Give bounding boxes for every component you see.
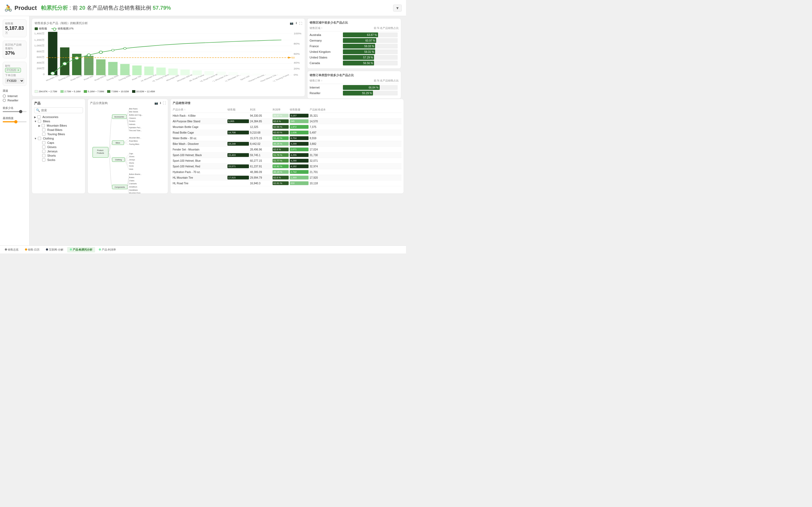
- detail-row-name: Hitch Rack - 4-Bike: [173, 114, 226, 117]
- top-n-slider[interactable]: [3, 110, 27, 113]
- footer-tab[interactable]: 产品-帕累托分析: [67, 247, 95, 252]
- sankey-chart: 产品分类架构 📷 ⬇ ⛶ Product. Products Access: [88, 99, 168, 194]
- header: 🚴 Product 帕累托分析 : 前 20 名产品销售占总销售额比例 57.7…: [0, 0, 406, 16]
- range-5-label: 10.02M ~ 12.45M: [136, 90, 155, 93]
- tree-checkbox[interactable]: [42, 150, 45, 153]
- bar-womensmtn[interactable]: [253, 73, 262, 75]
- tree-item[interactable]: Caps: [34, 140, 83, 145]
- chevron-icon[interactable]: ▼: [34, 120, 37, 123]
- sankey-node-cranksets: Cranksets: [129, 183, 137, 184]
- download-icon[interactable]: ⬇: [295, 21, 298, 25]
- tree-item-label: Touring Bikes: [47, 132, 65, 136]
- range-legend: 294.87K ~ 2.73M 2.73M ~ 5.16M 5.16M ~ 7.…: [35, 90, 302, 93]
- detail-cost: 35,321: [310, 114, 334, 117]
- detail-sales-cell: 18,248: [227, 142, 249, 146]
- tree-checkbox[interactable]: [42, 158, 45, 162]
- tree-item[interactable]: Touring Bikes: [34, 132, 83, 136]
- bar-sport100[interactable]: [241, 73, 250, 75]
- search-input[interactable]: [41, 109, 81, 112]
- radio-reseller[interactable]: [3, 99, 6, 102]
- detail-sales-cell: [227, 159, 249, 163]
- region-bar-container: 56.56 %: [343, 61, 398, 65]
- bar-llmtnfr[interactable]: [229, 72, 238, 75]
- camera-icon[interactable]: 📷: [290, 21, 294, 25]
- bar-road750[interactable]: [133, 65, 142, 75]
- tree-search-box[interactable]: 🔍: [34, 107, 83, 113]
- sankey-expand-icon[interactable]: ⛶: [163, 101, 166, 105]
- tree-item[interactable]: ▶ Accessories: [34, 115, 83, 119]
- footer-tab[interactable]: 销售总览: [2, 247, 21, 252]
- sankey-node-bottles: Bottles and Cag...: [129, 114, 143, 116]
- footer-tab[interactable]: 产品-利润率: [96, 247, 119, 252]
- tree-item[interactable]: Gloves: [34, 145, 83, 149]
- detail-row: Mountain Bottle Cage 12,325 62.56 % 1,97…: [173, 124, 401, 130]
- region-bar-container: 63.87 %: [343, 33, 398, 37]
- tree-item[interactable]: ▶ Mountain Bikes: [34, 123, 83, 128]
- expand-button[interactable]: ▼: [393, 5, 402, 11]
- bar-mountain200[interactable]: [48, 32, 57, 75]
- bar-mtn400w[interactable]: [181, 69, 190, 75]
- tree-checkbox[interactable]: [42, 146, 45, 149]
- tree-checkbox[interactable]: [42, 128, 45, 131]
- bar-hlmtnframe[interactable]: [144, 66, 154, 75]
- tree-checkbox[interactable]: [37, 115, 41, 119]
- top-n: 20: [79, 5, 85, 11]
- tree-item[interactable]: Shorts: [34, 154, 83, 158]
- tree-item[interactable]: ▼ Clothing: [34, 136, 83, 140]
- tree-item[interactable]: Socks: [34, 158, 83, 162]
- sankey-camera-icon[interactable]: 📷: [154, 101, 158, 105]
- bar-touring2000[interactable]: [120, 64, 130, 75]
- bar-road550w[interactable]: [96, 59, 106, 75]
- tree-item-label: Road Bikes: [47, 128, 62, 131]
- main-layout: 销售额 5,187.83 万 前10名产品销售额% 37% 财年 FY2020 …: [0, 16, 406, 245]
- bar-hltourframe[interactable]: [156, 68, 166, 75]
- chevron-icon[interactable]: ▶: [34, 116, 36, 119]
- sankey-title: 产品分类架构: [90, 101, 108, 105]
- bar-touring1000[interactable]: [60, 48, 69, 75]
- sankey-download-icon[interactable]: ⬇: [159, 101, 162, 105]
- bar-mlroadframew[interactable]: [204, 71, 214, 75]
- baseline-slider[interactable]: [3, 120, 27, 123]
- chevron-icon[interactable]: ▼: [34, 137, 37, 140]
- tree-checkbox[interactable]: [42, 124, 45, 127]
- footer-tab[interactable]: 互联网-分解: [43, 247, 66, 252]
- tree-checkbox[interactable]: [42, 154, 45, 157]
- tree-checkbox[interactable]: [38, 137, 41, 140]
- left-sidebar: 销售额 5,187.83 万 前10名产品销售额% 37% 财年 FY2020 …: [0, 16, 30, 245]
- expand-chart-icon[interactable]: ⛶: [299, 22, 302, 25]
- region-bar-fill: 60.97 %: [343, 38, 376, 43]
- detail-sales-cell: [227, 170, 249, 174]
- bar-mtn500[interactable]: [168, 69, 178, 75]
- tree-checkbox[interactable]: [42, 132, 45, 136]
- bar-road250[interactable]: [84, 56, 93, 75]
- fiscal-year-close-icon[interactable]: ✕: [17, 69, 19, 72]
- tree-checkbox[interactable]: [42, 141, 45, 144]
- detail-col-cost: 产品标准成本: [310, 108, 334, 112]
- svg-text:Bikes: Bikes: [116, 142, 120, 144]
- bar-mlroadframe[interactable]: [193, 70, 202, 75]
- bar-llmtnframe[interactable]: [216, 72, 226, 75]
- tree-item[interactable]: Road Bikes: [34, 128, 83, 132]
- detail-row: All-Purpose Bike Stand 5,955 24,384.85 6…: [173, 119, 401, 124]
- bar-touring3000[interactable]: [108, 62, 118, 75]
- channel-reseller[interactable]: Reseller: [3, 99, 27, 102]
- date-select[interactable]: FY2020: [5, 78, 24, 83]
- tree-item[interactable]: ▼ Bikes: [34, 119, 83, 123]
- region-bar-container: 59.31 %: [343, 49, 398, 54]
- sankey-svg: Product. Products Accessories Bikes Clot…: [90, 107, 166, 194]
- radio-internet[interactable]: [3, 95, 6, 98]
- svg-text:Road-250: Road-250: [83, 75, 93, 81]
- detail-profit: 29,994.79: [250, 176, 271, 179]
- tree-checkbox[interactable]: [38, 120, 41, 123]
- tree-item-label: Mountain Bikes: [47, 124, 67, 127]
- fiscal-year-tag[interactable]: FY2020 ✕: [5, 68, 21, 72]
- region-row-label: United Kingdom: [310, 50, 342, 53]
- region-bar-value: 57.29 %: [363, 56, 373, 59]
- tree-item[interactable]: Jerseys: [34, 149, 83, 154]
- legend-bar-icon: [35, 27, 38, 30]
- app-logo: 🚴 Product: [4, 4, 37, 12]
- chevron-icon[interactable]: ▶: [38, 124, 41, 127]
- channel-internet[interactable]: Internet: [3, 95, 27, 98]
- svg-text:200万: 200万: [37, 67, 45, 70]
- footer-tab[interactable]: 销售-日历: [22, 247, 42, 252]
